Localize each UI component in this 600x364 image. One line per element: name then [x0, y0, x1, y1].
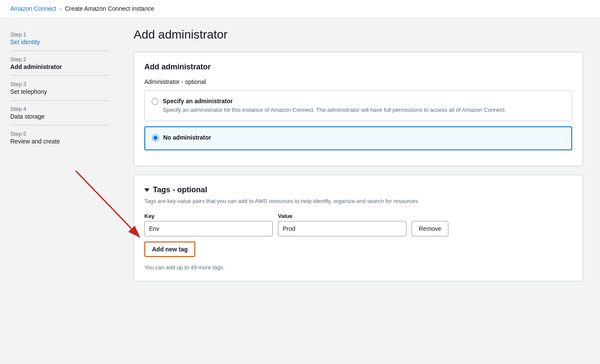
sidebar: Step 1 Set identity Step 2 Add administr… [0, 18, 120, 362]
sidebar-step-5: Step 5 Review and create [10, 131, 110, 145]
radio-none-title: No administrator [163, 134, 211, 141]
tags-description: Tags are key-value pairs that you can ad… [144, 198, 572, 204]
step-3-number: Step 3 [10, 81, 110, 87]
radio-specify-input[interactable] [152, 98, 158, 105]
radio-specify-description: Specify an administrator for this instan… [163, 106, 506, 114]
administrator-section-label: Administrator - optional [144, 78, 572, 85]
main-layout: Step 1 Set identity Step 2 Add administr… [0, 18, 600, 362]
tag-row: Key Value Remove [144, 213, 572, 236]
tags-header: Tags - optional [144, 185, 572, 194]
divider-2 [10, 75, 110, 76]
tags-limit-note: You can add up to 49 more tags. [144, 264, 224, 271]
radio-none-content: No administrator [163, 134, 211, 143]
add-new-tag-button[interactable]: Add new tag [144, 242, 195, 257]
step-4-number: Step 4 [10, 106, 110, 112]
divider-1 [10, 51, 110, 51]
sidebar-item-set-telephony: Set telephony [10, 88, 47, 95]
key-field-group: Key [144, 213, 273, 236]
radio-specify-content: Specify an administrator Specify an admi… [163, 98, 506, 114]
tag-value-input[interactable] [278, 221, 406, 236]
sidebar-item-add-administrator: Add administrator [10, 63, 62, 70]
breadcrumb-current-page: Create Amazon Connect instance [65, 5, 154, 12]
value-label: Value [278, 213, 406, 219]
divider-4 [10, 125, 110, 125]
step-1-number: Step 1 [10, 31, 110, 38]
sidebar-step-3: Step 3 Set telephony [10, 81, 110, 95]
tags-card: Tags - optional Tags are key-value pairs… [134, 175, 583, 281]
sidebar-item-review-create: Review and create [10, 138, 60, 145]
value-field-group: Value [278, 213, 406, 236]
add-tag-container: Add new tag [144, 242, 195, 260]
sidebar-item-data-storage: Data storage [10, 113, 45, 120]
sidebar-step-1: Step 1 Set identity [10, 31, 110, 45]
breadcrumb-bar: Amazon Connect › Create Amazon Connect i… [0, 0, 600, 18]
step-2-number: Step 2 [10, 56, 110, 63]
radio-option-specify[interactable]: Specify an administrator Specify an admi… [144, 90, 572, 121]
sidebar-step-2: Step 2 Add administrator [10, 56, 110, 70]
administrator-card: Add administrator Administrator - option… [134, 52, 583, 166]
tag-key-input[interactable] [144, 221, 273, 236]
page-title: Add administrator [134, 28, 583, 42]
breadcrumb-amazon-connect-link[interactable]: Amazon Connect [10, 5, 56, 12]
breadcrumb-chevron-icon: › [60, 6, 61, 12]
radio-none-input[interactable] [152, 134, 159, 141]
sidebar-item-set-identity[interactable]: Set identity [10, 39, 40, 45]
radio-specify-title: Specify an administrator [163, 98, 506, 104]
tags-section-title: Tags - optional [153, 185, 207, 194]
collapse-triangle-icon[interactable] [144, 188, 149, 192]
radio-option-none[interactable]: No administrator [144, 126, 572, 150]
sidebar-step-4: Step 4 Data storage [10, 106, 110, 120]
key-label: Key [144, 213, 273, 219]
administrator-card-title: Add administrator [144, 63, 572, 72]
content-area: Add administrator Add administrator Admi… [120, 18, 600, 362]
footer-bar: Cancel Previous Next [0, 362, 600, 364]
remove-tag-button[interactable]: Remove [412, 221, 448, 236]
step-5-number: Step 5 [10, 131, 110, 137]
divider-3 [10, 100, 110, 101]
